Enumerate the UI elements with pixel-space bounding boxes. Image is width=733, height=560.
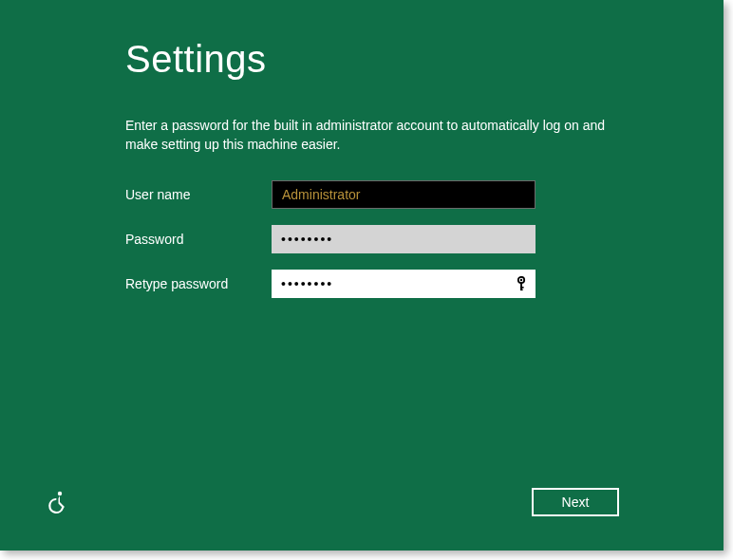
footer: Next	[0, 488, 724, 516]
password-row: Password	[125, 225, 610, 253]
settings-window: Settings Enter a password for the built …	[0, 0, 724, 551]
next-button[interactable]: Next	[532, 488, 619, 516]
password-input-wrap	[272, 225, 536, 253]
username-input[interactable]	[272, 180, 536, 209]
page-title: Settings	[125, 38, 610, 81]
content-area: Settings Enter a password for the built …	[0, 0, 724, 298]
svg-point-5	[58, 492, 62, 495]
password-input[interactable]	[272, 225, 536, 253]
password-label: Password	[125, 232, 272, 247]
retype-input[interactable]	[272, 270, 536, 298]
username-input-wrap	[272, 180, 536, 209]
retype-row: Retype password	[125, 270, 610, 298]
retype-input-wrap	[272, 270, 536, 298]
username-row: User name	[125, 180, 610, 209]
accessibility-icon[interactable]	[46, 490, 70, 514]
description-text: Enter a password for the built in admini…	[125, 117, 610, 154]
retype-label: Retype password	[125, 276, 272, 291]
username-label: User name	[125, 187, 272, 202]
